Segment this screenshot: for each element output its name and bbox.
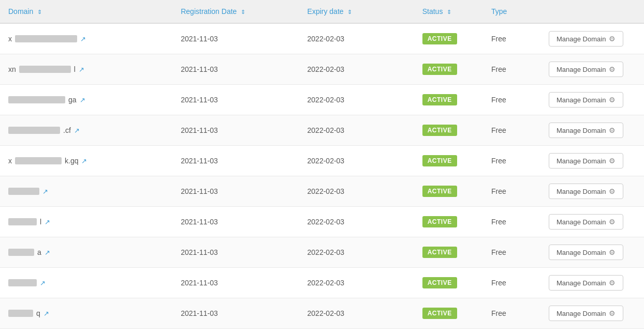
manage-domain-label: Manage Domain <box>557 188 606 195</box>
expiry-date: 2022-02-03 <box>299 115 414 146</box>
col-header-expiry[interactable]: Expiry date ⇕ <box>299 0 414 23</box>
domain-blur <box>8 96 65 103</box>
manage-domain-label: Manage Domain <box>557 96 606 104</box>
table-row: ↗2021-11-032022-02-03ACTIVEFreeManage Do… <box>0 176 644 207</box>
domain-type: Free <box>483 207 540 237</box>
table-row: ga↗2021-11-032022-02-03ACTIVEFreeManage … <box>0 85 644 115</box>
registration-date: 2021-11-03 <box>172 85 299 115</box>
col-header-status[interactable]: Status ⇕ <box>414 0 483 23</box>
expiry-date: 2022-02-03 <box>299 176 414 207</box>
gear-icon: ⚙ <box>609 126 616 134</box>
registration-date: 2021-11-03 <box>172 237 299 268</box>
manage-domain-label: Manage Domain <box>557 310 606 317</box>
domain-cell: a↗ <box>0 237 172 268</box>
external-link-icon[interactable]: ↗ <box>45 249 50 256</box>
manage-domain-button[interactable]: Manage Domain⚙ <box>549 245 623 260</box>
manage-domain-button[interactable]: Manage Domain⚙ <box>549 306 623 321</box>
domain-cell: l↗ <box>0 207 172 237</box>
external-link-icon[interactable]: ↗ <box>42 188 48 195</box>
domain-type: Free <box>483 237 540 268</box>
external-link-icon[interactable]: ↗ <box>74 127 80 134</box>
gear-icon: ⚙ <box>609 279 616 287</box>
action-cell: Manage Domain⚙ <box>540 115 644 146</box>
external-link-icon[interactable]: ↗ <box>80 96 85 104</box>
col-header-type: Type <box>483 0 540 23</box>
domain-prefix: x <box>8 157 12 165</box>
manage-domain-button[interactable]: Manage Domain⚙ <box>549 62 623 77</box>
domain-type: Free <box>483 268 540 298</box>
domain-suffix: .cf <box>63 126 71 134</box>
status-cell: ACTIVE <box>414 207 483 237</box>
domain-suffix: l <box>74 65 76 73</box>
external-link-icon[interactable]: ↗ <box>40 279 46 287</box>
table-row: .cf↗2021-11-032022-02-03ACTIVEFreeManage… <box>0 115 644 146</box>
registration-date: 2021-11-03 <box>172 207 299 237</box>
domain-cell: ↗ <box>0 176 172 207</box>
domain-cell: q↗ <box>0 298 172 329</box>
manage-domain-button[interactable]: Manage Domain⚙ <box>549 92 623 108</box>
col-header-regdate[interactable]: Registration Date ⇕ <box>172 0 299 23</box>
external-link-icon[interactable]: ↗ <box>80 35 86 43</box>
action-cell: Manage Domain⚙ <box>540 85 644 115</box>
external-link-icon[interactable]: ↗ <box>43 310 49 317</box>
manage-domain-button[interactable]: Manage Domain⚙ <box>549 214 623 230</box>
manage-domain-button[interactable]: Manage Domain⚙ <box>549 184 623 199</box>
domain-type: Free <box>483 85 540 115</box>
action-cell: Manage Domain⚙ <box>540 176 644 207</box>
registration-date: 2021-11-03 <box>172 54 299 85</box>
gear-icon: ⚙ <box>609 35 616 43</box>
status-cell: ACTIVE <box>414 115 483 146</box>
status-badge: ACTIVE <box>422 277 457 288</box>
domain-cell: xnl↗ <box>0 54 172 85</box>
table-row: a↗2021-11-032022-02-03ACTIVEFreeManage D… <box>0 237 644 268</box>
action-cell: Manage Domain⚙ <box>540 23 644 54</box>
registration-date: 2021-11-03 <box>172 115 299 146</box>
external-link-icon[interactable]: ↗ <box>45 218 50 226</box>
domain-blur <box>8 188 39 195</box>
action-cell: Manage Domain⚙ <box>540 54 644 85</box>
expiry-date: 2022-02-03 <box>299 268 414 298</box>
table-row: xk.gq↗2021-11-032022-02-03ACTIVEFreeMana… <box>0 146 644 176</box>
status-cell: ACTIVE <box>414 23 483 54</box>
manage-domain-button[interactable]: Manage Domain⚙ <box>549 123 623 138</box>
registration-date: 2021-11-03 <box>172 176 299 207</box>
domain-blur <box>15 35 77 42</box>
status-badge: ACTIVE <box>422 33 457 44</box>
manage-domain-label: Manage Domain <box>557 279 606 287</box>
table-row: q↗2021-11-032022-02-03ACTIVEFreeManage D… <box>0 298 644 329</box>
gear-icon: ⚙ <box>609 218 616 226</box>
domain-suffix: ga <box>68 96 77 104</box>
domain-cell: .cf↗ <box>0 115 172 146</box>
manage-domain-button[interactable]: Manage Domain⚙ <box>549 153 623 169</box>
domain-blur <box>8 310 33 317</box>
external-link-icon[interactable]: ↗ <box>79 66 84 73</box>
status-cell: ACTIVE <box>414 298 483 329</box>
action-cell: Manage Domain⚙ <box>540 207 644 237</box>
manage-domain-button[interactable]: Manage Domain⚙ <box>549 275 623 291</box>
gear-icon: ⚙ <box>609 248 616 256</box>
domain-cell: ga↗ <box>0 85 172 115</box>
registration-date: 2021-11-03 <box>172 298 299 329</box>
col-header-domain[interactable]: Domain ⇕ <box>0 0 172 23</box>
status-badge: ACTIVE <box>422 94 457 105</box>
gear-icon: ⚙ <box>609 96 616 104</box>
expiry-date: 2022-02-03 <box>299 207 414 237</box>
action-cell: Manage Domain⚙ <box>540 146 644 176</box>
sort-icon-regdate: ⇕ <box>241 9 245 16</box>
manage-domain-label: Manage Domain <box>557 249 606 256</box>
domain-suffix: k.gq <box>65 157 78 165</box>
domain-type: Free <box>483 146 540 176</box>
action-cell: Manage Domain⚙ <box>540 298 644 329</box>
expiry-date: 2022-02-03 <box>299 23 414 54</box>
domain-cell: xk.gq↗ <box>0 146 172 176</box>
manage-domain-label: Manage Domain <box>557 66 606 73</box>
gear-icon: ⚙ <box>609 157 616 165</box>
expiry-date: 2022-02-03 <box>299 54 414 85</box>
domain-blur <box>8 127 60 134</box>
expiry-date: 2022-02-03 <box>299 298 414 329</box>
domain-cell: ↗ <box>0 268 172 298</box>
external-link-icon[interactable]: ↗ <box>81 157 87 165</box>
domain-suffix: a <box>37 248 41 256</box>
status-cell: ACTIVE <box>414 237 483 268</box>
manage-domain-button[interactable]: Manage Domain⚙ <box>549 31 623 47</box>
